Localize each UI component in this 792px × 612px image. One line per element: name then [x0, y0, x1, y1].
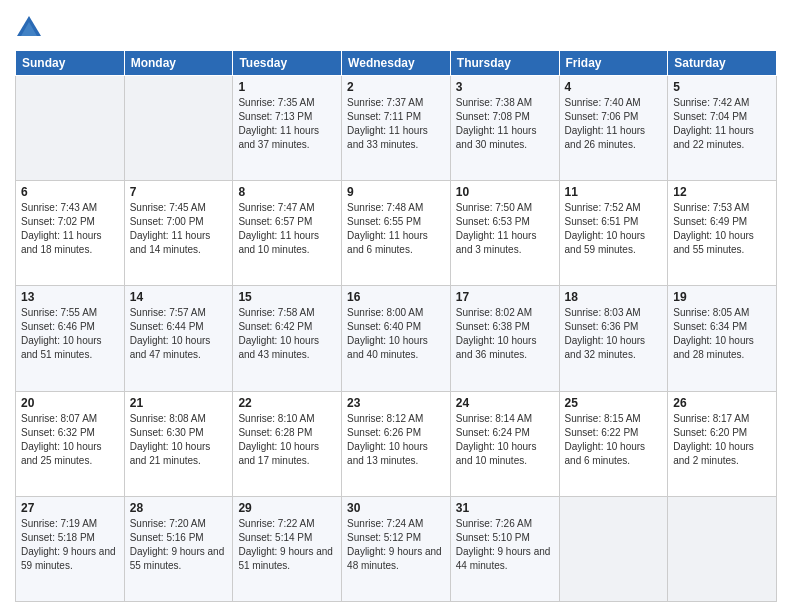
page: SundayMondayTuesdayWednesdayThursdayFrid…	[0, 0, 792, 612]
day-info: Sunrise: 7:50 AMSunset: 6:53 PMDaylight:…	[456, 201, 554, 257]
calendar-cell: 21Sunrise: 8:08 AMSunset: 6:30 PMDayligh…	[124, 391, 233, 496]
calendar-cell: 15Sunrise: 7:58 AMSunset: 6:42 PMDayligh…	[233, 286, 342, 391]
day-info: Sunrise: 8:00 AMSunset: 6:40 PMDaylight:…	[347, 306, 445, 362]
day-info: Sunrise: 8:02 AMSunset: 6:38 PMDaylight:…	[456, 306, 554, 362]
day-info: Sunrise: 7:35 AMSunset: 7:13 PMDaylight:…	[238, 96, 336, 152]
day-info: Sunrise: 8:05 AMSunset: 6:34 PMDaylight:…	[673, 306, 771, 362]
weekday-header-wednesday: Wednesday	[342, 51, 451, 76]
calendar-cell: 14Sunrise: 7:57 AMSunset: 6:44 PMDayligh…	[124, 286, 233, 391]
calendar-cell: 28Sunrise: 7:20 AMSunset: 5:16 PMDayligh…	[124, 496, 233, 601]
day-number: 21	[130, 396, 228, 410]
calendar-week-1: 1Sunrise: 7:35 AMSunset: 7:13 PMDaylight…	[16, 76, 777, 181]
calendar-cell: 26Sunrise: 8:17 AMSunset: 6:20 PMDayligh…	[668, 391, 777, 496]
calendar-cell: 29Sunrise: 7:22 AMSunset: 5:14 PMDayligh…	[233, 496, 342, 601]
day-number: 4	[565, 80, 663, 94]
calendar-body: 1Sunrise: 7:35 AMSunset: 7:13 PMDaylight…	[16, 76, 777, 602]
calendar-cell: 10Sunrise: 7:50 AMSunset: 6:53 PMDayligh…	[450, 181, 559, 286]
day-info: Sunrise: 7:42 AMSunset: 7:04 PMDaylight:…	[673, 96, 771, 152]
day-number: 1	[238, 80, 336, 94]
day-number: 16	[347, 290, 445, 304]
day-number: 15	[238, 290, 336, 304]
calendar-cell: 3Sunrise: 7:38 AMSunset: 7:08 PMDaylight…	[450, 76, 559, 181]
weekday-header-friday: Friday	[559, 51, 668, 76]
day-number: 25	[565, 396, 663, 410]
day-info: Sunrise: 7:55 AMSunset: 6:46 PMDaylight:…	[21, 306, 119, 362]
day-number: 7	[130, 185, 228, 199]
calendar-cell	[124, 76, 233, 181]
day-info: Sunrise: 7:37 AMSunset: 7:11 PMDaylight:…	[347, 96, 445, 152]
calendar-cell	[559, 496, 668, 601]
day-info: Sunrise: 8:10 AMSunset: 6:28 PMDaylight:…	[238, 412, 336, 468]
calendar-cell: 19Sunrise: 8:05 AMSunset: 6:34 PMDayligh…	[668, 286, 777, 391]
day-info: Sunrise: 7:43 AMSunset: 7:02 PMDaylight:…	[21, 201, 119, 257]
day-info: Sunrise: 7:48 AMSunset: 6:55 PMDaylight:…	[347, 201, 445, 257]
calendar-cell: 1Sunrise: 7:35 AMSunset: 7:13 PMDaylight…	[233, 76, 342, 181]
calendar-cell	[668, 496, 777, 601]
weekday-header-saturday: Saturday	[668, 51, 777, 76]
weekday-row: SundayMondayTuesdayWednesdayThursdayFrid…	[16, 51, 777, 76]
day-info: Sunrise: 7:52 AMSunset: 6:51 PMDaylight:…	[565, 201, 663, 257]
day-info: Sunrise: 7:40 AMSunset: 7:06 PMDaylight:…	[565, 96, 663, 152]
day-info: Sunrise: 8:08 AMSunset: 6:30 PMDaylight:…	[130, 412, 228, 468]
calendar-cell: 18Sunrise: 8:03 AMSunset: 6:36 PMDayligh…	[559, 286, 668, 391]
calendar-cell: 31Sunrise: 7:26 AMSunset: 5:10 PMDayligh…	[450, 496, 559, 601]
day-number: 11	[565, 185, 663, 199]
weekday-header-tuesday: Tuesday	[233, 51, 342, 76]
day-number: 5	[673, 80, 771, 94]
calendar-cell	[16, 76, 125, 181]
day-info: Sunrise: 8:15 AMSunset: 6:22 PMDaylight:…	[565, 412, 663, 468]
day-number: 30	[347, 501, 445, 515]
calendar-cell: 12Sunrise: 7:53 AMSunset: 6:49 PMDayligh…	[668, 181, 777, 286]
calendar-header: SundayMondayTuesdayWednesdayThursdayFrid…	[16, 51, 777, 76]
weekday-header-thursday: Thursday	[450, 51, 559, 76]
calendar-cell: 30Sunrise: 7:24 AMSunset: 5:12 PMDayligh…	[342, 496, 451, 601]
day-number: 3	[456, 80, 554, 94]
day-number: 2	[347, 80, 445, 94]
day-info: Sunrise: 7:22 AMSunset: 5:14 PMDaylight:…	[238, 517, 336, 573]
day-info: Sunrise: 7:58 AMSunset: 6:42 PMDaylight:…	[238, 306, 336, 362]
day-info: Sunrise: 8:07 AMSunset: 6:32 PMDaylight:…	[21, 412, 119, 468]
logo	[15, 14, 45, 42]
calendar-cell: 25Sunrise: 8:15 AMSunset: 6:22 PMDayligh…	[559, 391, 668, 496]
logo-icon	[15, 14, 43, 42]
day-info: Sunrise: 7:57 AMSunset: 6:44 PMDaylight:…	[130, 306, 228, 362]
day-number: 9	[347, 185, 445, 199]
calendar-cell: 4Sunrise: 7:40 AMSunset: 7:06 PMDaylight…	[559, 76, 668, 181]
day-number: 12	[673, 185, 771, 199]
day-number: 6	[21, 185, 119, 199]
day-info: Sunrise: 7:47 AMSunset: 6:57 PMDaylight:…	[238, 201, 336, 257]
calendar-week-3: 13Sunrise: 7:55 AMSunset: 6:46 PMDayligh…	[16, 286, 777, 391]
day-number: 19	[673, 290, 771, 304]
calendar-cell: 6Sunrise: 7:43 AMSunset: 7:02 PMDaylight…	[16, 181, 125, 286]
day-info: Sunrise: 7:20 AMSunset: 5:16 PMDaylight:…	[130, 517, 228, 573]
day-number: 22	[238, 396, 336, 410]
calendar-week-4: 20Sunrise: 8:07 AMSunset: 6:32 PMDayligh…	[16, 391, 777, 496]
day-number: 24	[456, 396, 554, 410]
calendar-week-2: 6Sunrise: 7:43 AMSunset: 7:02 PMDaylight…	[16, 181, 777, 286]
calendar-cell: 13Sunrise: 7:55 AMSunset: 6:46 PMDayligh…	[16, 286, 125, 391]
calendar-cell: 17Sunrise: 8:02 AMSunset: 6:38 PMDayligh…	[450, 286, 559, 391]
calendar-cell: 5Sunrise: 7:42 AMSunset: 7:04 PMDaylight…	[668, 76, 777, 181]
day-info: Sunrise: 7:26 AMSunset: 5:10 PMDaylight:…	[456, 517, 554, 573]
calendar-cell: 8Sunrise: 7:47 AMSunset: 6:57 PMDaylight…	[233, 181, 342, 286]
weekday-header-sunday: Sunday	[16, 51, 125, 76]
calendar: SundayMondayTuesdayWednesdayThursdayFrid…	[15, 50, 777, 602]
day-number: 31	[456, 501, 554, 515]
weekday-header-monday: Monday	[124, 51, 233, 76]
day-number: 18	[565, 290, 663, 304]
day-info: Sunrise: 8:12 AMSunset: 6:26 PMDaylight:…	[347, 412, 445, 468]
day-info: Sunrise: 7:19 AMSunset: 5:18 PMDaylight:…	[21, 517, 119, 573]
day-number: 28	[130, 501, 228, 515]
day-info: Sunrise: 8:17 AMSunset: 6:20 PMDaylight:…	[673, 412, 771, 468]
day-number: 13	[21, 290, 119, 304]
header	[15, 10, 777, 42]
day-info: Sunrise: 7:38 AMSunset: 7:08 PMDaylight:…	[456, 96, 554, 152]
day-number: 8	[238, 185, 336, 199]
day-info: Sunrise: 7:24 AMSunset: 5:12 PMDaylight:…	[347, 517, 445, 573]
day-info: Sunrise: 8:14 AMSunset: 6:24 PMDaylight:…	[456, 412, 554, 468]
calendar-cell: 2Sunrise: 7:37 AMSunset: 7:11 PMDaylight…	[342, 76, 451, 181]
day-number: 10	[456, 185, 554, 199]
calendar-cell: 9Sunrise: 7:48 AMSunset: 6:55 PMDaylight…	[342, 181, 451, 286]
calendar-cell: 11Sunrise: 7:52 AMSunset: 6:51 PMDayligh…	[559, 181, 668, 286]
calendar-cell: 16Sunrise: 8:00 AMSunset: 6:40 PMDayligh…	[342, 286, 451, 391]
